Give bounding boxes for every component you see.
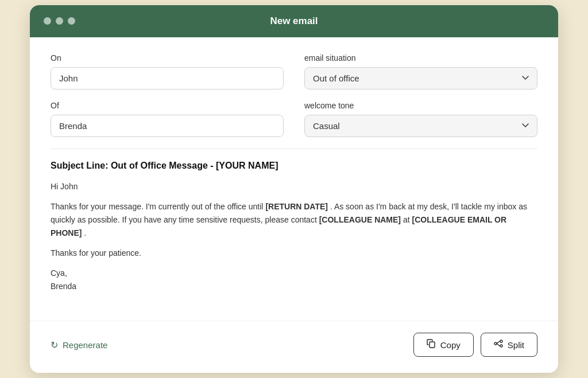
email-situation-group: email situation Out of office Follow up …: [304, 53, 537, 89]
email-composer-window: New email On email situation Out of offi…: [30, 5, 558, 373]
email-body: Hi John Thanks for your message. I'm cur…: [51, 180, 537, 294]
email-situation-label: email situation: [304, 53, 537, 63]
email-situation-select[interactable]: Out of office Follow up Introduction Tha…: [304, 67, 537, 89]
traffic-dot-2: [56, 17, 63, 25]
divider: [51, 149, 537, 149]
regenerate-icon: ↻: [51, 340, 58, 350]
form-row-2: Of welcome tone Casual Formal Friendly P…: [51, 101, 537, 137]
window-title: New email: [270, 15, 318, 27]
of-label: Of: [51, 101, 284, 110]
email-p1-end: .: [82, 228, 86, 237]
email-closing-text: Cya,: [51, 268, 67, 278]
welcome-tone-select[interactable]: Casual Formal Friendly Professional: [304, 115, 537, 137]
traffic-lights: [44, 17, 75, 25]
welcome-tone-label: welcome tone: [304, 101, 537, 110]
copy-button[interactable]: Copy: [413, 333, 474, 357]
traffic-dot-3: [68, 17, 75, 25]
traffic-dot-1: [44, 17, 51, 25]
email-paragraph-1: Thanks for your message. I'm currently o…: [51, 200, 537, 240]
email-p1-cont2: at: [401, 215, 412, 224]
on-label: On: [51, 53, 284, 63]
titlebar: New email: [30, 5, 558, 37]
email-subject: Subject Line: Out of Office Message - [Y…: [51, 161, 537, 171]
regenerate-button[interactable]: ↻ Regenerate: [51, 340, 107, 350]
email-placeholder-colleague-name: [COLLEAGUE NAME]: [319, 215, 401, 224]
split-icon: [494, 339, 503, 350]
copy-icon: [427, 339, 436, 350]
regenerate-label: Regenerate: [63, 340, 107, 350]
email-greeting: Hi John: [51, 180, 537, 193]
form-row-1: On email situation Out of office Follow …: [51, 53, 537, 89]
svg-point-3: [500, 345, 502, 347]
svg-point-2: [500, 340, 502, 342]
of-group: Of: [51, 101, 284, 137]
footer: ↻ Regenerate Copy: [30, 321, 558, 373]
email-placeholder-return-date: [RETURN DATE]: [265, 202, 328, 211]
email-p1-text1: Thanks for your message. I'm currently o…: [51, 202, 265, 211]
on-input[interactable]: [51, 67, 284, 89]
action-buttons: Copy Split: [413, 333, 537, 357]
on-group: On: [51, 53, 284, 89]
email-closing: Cya, Brenda: [51, 267, 537, 293]
copy-label: Copy: [440, 340, 461, 350]
of-input[interactable]: [51, 115, 284, 137]
email-signature: Brenda: [51, 282, 76, 291]
split-button[interactable]: Split: [481, 333, 537, 357]
split-label: Split: [508, 340, 524, 350]
svg-rect-0: [430, 342, 435, 348]
form-section: On email situation Out of office Follow …: [30, 37, 558, 317]
welcome-tone-group: welcome tone Casual Formal Friendly Prof…: [304, 101, 537, 137]
email-paragraph-2: Thanks for your patience.: [51, 247, 537, 260]
